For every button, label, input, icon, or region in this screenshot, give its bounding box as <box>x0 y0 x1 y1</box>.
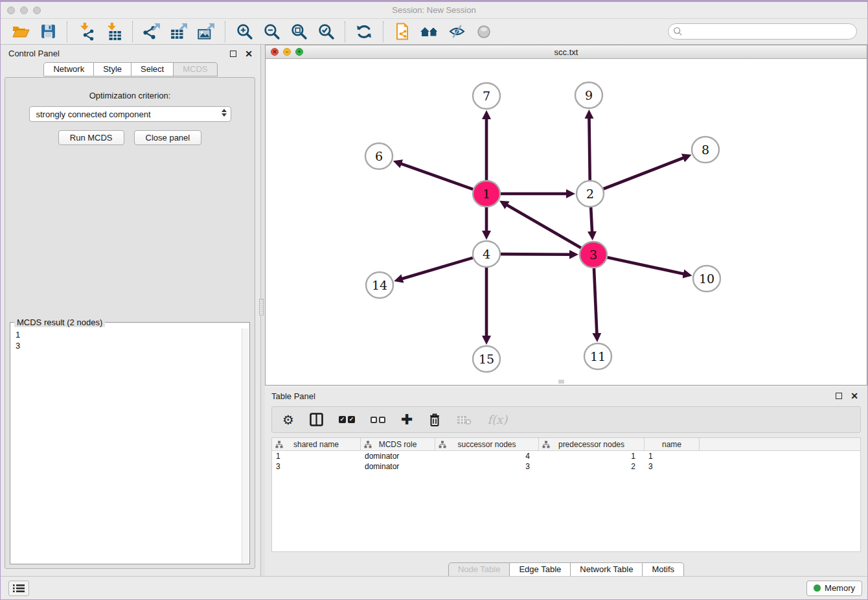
splitter-grip[interactable] <box>259 299 264 316</box>
column-header-name[interactable]: name <box>645 438 700 450</box>
graph-node-label: 11 <box>590 349 606 363</box>
tab-select[interactable]: Select <box>131 62 174 76</box>
search-icon <box>673 27 683 36</box>
save-session-button[interactable] <box>34 21 62 43</box>
result-line: 1 <box>16 329 236 340</box>
show-all-networks-button[interactable] <box>416 21 443 43</box>
toolbar-separator <box>67 21 67 42</box>
deselect-all-button[interactable] <box>371 417 385 423</box>
preview-button[interactable] <box>470 21 497 43</box>
export-network-icon <box>143 23 161 41</box>
cell-shared-name: 3 <box>272 461 361 472</box>
split-view-icon <box>310 413 323 426</box>
table-row[interactable]: 1 dominator 4 1 1 <box>272 451 860 461</box>
column-header-shared-name[interactable]: shared name <box>272 438 361 450</box>
mcds-result-text[interactable]: 1 3 <box>10 327 242 564</box>
delete-column-button[interactable] <box>428 413 441 427</box>
graph-node-label: 7 <box>483 89 490 103</box>
tab-edge-table[interactable]: Edge Table <box>510 562 571 577</box>
column-header-mcds-role[interactable]: MCDS role <box>361 438 435 450</box>
memory-status-icon <box>814 584 821 592</box>
run-mcds-button[interactable]: Run MCDS <box>58 130 124 145</box>
table-tabs: Node Table Edge Table Network Table Moti… <box>265 562 867 577</box>
cell-name: 3 <box>645 461 700 472</box>
close-panel-button[interactable]: Close panel <box>134 130 202 145</box>
optimization-criterion-select[interactable]: strongly connected component <box>29 106 231 122</box>
graph-edge-1-6[interactable] <box>401 164 473 190</box>
hide-selected-button[interactable] <box>443 21 470 43</box>
float-table-panel-icon[interactable] <box>836 393 842 399</box>
trash-icon <box>428 413 441 427</box>
column-header-successor-nodes[interactable]: successor nodes <box>435 438 539 450</box>
graph-edge-3-10[interactable] <box>608 257 684 273</box>
control-panel-tabs: Network Style Select MCDS <box>1 62 260 76</box>
selected-criterion: strongly connected component <box>36 110 151 119</box>
column-edit-icon <box>275 441 283 448</box>
export-image-button[interactable] <box>192 21 220 43</box>
cell-predecessor-nodes: 2 <box>539 461 645 472</box>
function-builder-button[interactable]: f(x) <box>487 413 507 426</box>
table-toolbar: ⚙ ✓ ✓ ✚ <box>271 406 861 433</box>
search-input[interactable] <box>668 23 857 40</box>
memory-button[interactable]: Memory <box>806 581 862 596</box>
graph-edge-2-9[interactable] <box>589 118 589 180</box>
zoom-fit-button[interactable] <box>285 21 312 43</box>
graph-edge-2-3[interactable] <box>591 207 592 232</box>
float-panel-icon[interactable] <box>230 51 236 57</box>
task-history-button[interactable] <box>8 581 29 596</box>
table-row[interactable]: 3 dominator 3 2 3 <box>272 461 860 472</box>
add-column-button[interactable]: ✚ <box>401 413 413 426</box>
cell-mcds-role: dominator <box>361 461 435 472</box>
table-settings-button[interactable]: ⚙ <box>282 413 294 426</box>
tab-network-table[interactable]: Network Table <box>571 562 643 577</box>
export-network-button[interactable] <box>138 21 165 43</box>
toolbar-separator <box>132 21 133 42</box>
zoom-in-button[interactable] <box>231 21 258 43</box>
network-graph[interactable]: 7968124314101511 <box>266 59 868 384</box>
apply-layout-button[interactable] <box>350 21 378 43</box>
graph-edge-4-3[interactable] <box>501 254 570 255</box>
column-header-predecessor-nodes[interactable]: predecessor nodes <box>539 438 645 450</box>
tab-node-table[interactable]: Node Table <box>448 562 510 577</box>
select-all-button[interactable]: ✓ ✓ <box>339 416 355 423</box>
export-image-icon <box>197 23 215 41</box>
cell-mcds-role: dominator <box>361 451 435 461</box>
tab-network[interactable]: Network <box>43 62 94 76</box>
network-view-window: ✕ − + scc.txt 7968124314101511 <box>265 45 867 386</box>
zoom-selected-button[interactable] <box>312 21 339 43</box>
new-network-button[interactable] <box>389 21 416 43</box>
network-title: scc.txt <box>266 47 867 57</box>
save-icon <box>40 23 56 40</box>
split-view-button[interactable] <box>310 413 323 426</box>
close-table-panel-icon[interactable]: ✕ <box>851 393 858 399</box>
app-titlebar: Session: New Session <box>1 2 867 19</box>
open-session-button[interactable] <box>7 21 34 43</box>
graph-edge-2-8[interactable] <box>604 157 684 189</box>
zoom-out-icon <box>263 23 280 40</box>
graph-edge-3-11[interactable] <box>594 268 597 334</box>
sphere-icon <box>476 24 492 40</box>
graph-node-label: 3 <box>589 248 597 262</box>
zoom-out-button[interactable] <box>258 21 285 43</box>
canvas-scroll-thumb[interactable] <box>558 380 564 384</box>
control-panel-title: Control Panel <box>8 49 60 58</box>
table-header-row: shared name MCDS role successor nodes pr… <box>272 438 860 451</box>
graph-edge-4-14[interactable] <box>402 258 473 279</box>
graph-node-label: 1 <box>483 187 490 201</box>
close-panel-icon[interactable]: ✕ <box>245 51 253 57</box>
import-network-button[interactable] <box>73 21 100 43</box>
network-window-titlebar[interactable]: ✕ − + scc.txt <box>266 45 867 59</box>
export-table-button[interactable] <box>165 21 192 43</box>
list-icon <box>13 584 25 593</box>
delete-table-button[interactable] <box>457 415 472 425</box>
graph-edge-3-1[interactable] <box>507 205 581 248</box>
tab-motifs[interactable]: Motifs <box>643 562 684 577</box>
tab-mcds[interactable]: MCDS <box>174 62 217 76</box>
checked-box-icon: ✓ <box>348 416 355 423</box>
network-canvas[interactable]: 7968124314101511 <box>266 59 867 384</box>
eye-slash-icon <box>448 23 466 40</box>
result-scrollbar[interactable] <box>242 329 249 563</box>
import-table-button[interactable] <box>100 21 127 43</box>
open-folder-icon <box>12 24 30 40</box>
tab-style[interactable]: Style <box>94 62 131 76</box>
